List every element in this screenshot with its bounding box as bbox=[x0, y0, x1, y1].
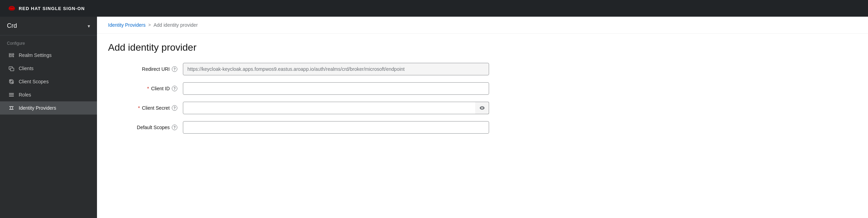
default-scopes-field bbox=[183, 121, 489, 134]
sidebar-section-configure: Configure bbox=[0, 35, 97, 115]
redirect-uri-input bbox=[183, 63, 489, 75]
svg-point-21 bbox=[481, 108, 482, 109]
form-row-default-scopes: Default Scopes ? bbox=[108, 121, 489, 134]
breadcrumb-separator: > bbox=[148, 23, 151, 27]
svg-point-14 bbox=[9, 79, 14, 84]
client-secret-field bbox=[183, 102, 489, 114]
default-scopes-input[interactable] bbox=[183, 121, 489, 134]
logo: RED HAT SINGLE SIGN-ON bbox=[7, 5, 85, 12]
breadcrumb: Identity Providers > Add identity provid… bbox=[97, 17, 868, 34]
svg-rect-18 bbox=[9, 93, 14, 94]
svg-rect-4 bbox=[10, 56, 11, 57]
svg-rect-19 bbox=[9, 94, 14, 95]
sidebar-item-realm-settings[interactable]: Realm Settings bbox=[0, 49, 97, 62]
sidebar-item-clients[interactable]: Clients bbox=[0, 62, 97, 75]
form-row-client-id: * Client ID ? bbox=[108, 82, 489, 95]
eye-icon bbox=[479, 105, 485, 111]
redirect-uri-help-icon[interactable]: ? bbox=[172, 66, 177, 72]
form-container: Redirect URI ? * Client ID ? bbox=[108, 63, 489, 134]
sidebar: Crd ▾ Configure bbox=[0, 17, 97, 218]
chevron-down-icon: ▾ bbox=[88, 23, 90, 29]
svg-rect-5 bbox=[12, 53, 12, 56]
sidebar-item-identity-providers[interactable]: Identity Providers bbox=[0, 101, 97, 115]
sidebar-label-roles: Roles bbox=[19, 92, 31, 98]
breadcrumb-identity-providers-link[interactable]: Identity Providers bbox=[108, 22, 145, 28]
sidebar-item-roles[interactable]: Roles bbox=[0, 88, 97, 101]
default-scopes-help-icon[interactable]: ? bbox=[172, 125, 177, 130]
svg-rect-8 bbox=[13, 55, 14, 57]
redhat-logo-icon bbox=[7, 5, 17, 12]
svg-rect-13 bbox=[10, 68, 14, 71]
app-title: RED HAT SINGLE SIGN-ON bbox=[19, 6, 85, 11]
svg-rect-7 bbox=[13, 53, 14, 54]
client-id-help-icon[interactable]: ? bbox=[172, 86, 177, 91]
sidebar-item-client-scopes[interactable]: Client Scopes bbox=[0, 75, 97, 88]
identity-icon bbox=[8, 105, 15, 111]
roles-icon bbox=[8, 92, 15, 98]
top-nav: RED HAT SINGLE SIGN-ON bbox=[0, 0, 868, 17]
page-title: Add identity provider bbox=[108, 42, 857, 53]
svg-rect-6 bbox=[12, 57, 12, 57]
sidebar-label-client-scopes: Client Scopes bbox=[19, 79, 48, 84]
svg-rect-20 bbox=[9, 96, 14, 97]
client-id-required: * bbox=[147, 86, 149, 91]
sliders-icon bbox=[8, 52, 15, 58]
redirect-uri-label: Redirect URI ? bbox=[108, 66, 177, 72]
breadcrumb-current: Add identity provider bbox=[153, 22, 198, 28]
content-area: Identity Providers > Add identity provid… bbox=[97, 17, 868, 218]
toggle-secret-visibility-button[interactable] bbox=[475, 102, 489, 114]
sidebar-label-clients: Clients bbox=[19, 66, 34, 71]
svg-rect-11 bbox=[13, 54, 14, 55]
client-id-input[interactable] bbox=[183, 82, 489, 95]
page-content: Add identity provider Redirect URI ? bbox=[97, 34, 868, 149]
realm-selector[interactable]: Crd ▾ bbox=[0, 17, 97, 35]
default-scopes-label: Default Scopes ? bbox=[108, 125, 177, 130]
client-secret-input[interactable] bbox=[183, 102, 489, 114]
sidebar-label-identity-providers: Identity Providers bbox=[19, 105, 56, 111]
scopes-icon bbox=[8, 78, 15, 85]
svg-rect-2 bbox=[9, 53, 10, 57]
realm-name: Crd bbox=[7, 22, 17, 30]
client-secret-input-wrapper bbox=[183, 102, 489, 114]
svg-rect-3 bbox=[10, 53, 11, 54]
client-id-field bbox=[183, 82, 489, 95]
client-id-label: * Client ID ? bbox=[108, 86, 177, 91]
redirect-uri-field bbox=[183, 63, 489, 75]
main-layout: Crd ▾ Configure bbox=[0, 17, 868, 218]
sidebar-label-realm-settings: Realm Settings bbox=[19, 52, 52, 58]
svg-rect-9 bbox=[10, 54, 11, 55]
form-row-client-secret: * Client Secret ? bbox=[108, 102, 489, 114]
form-row-redirect-uri: Redirect URI ? bbox=[108, 63, 489, 75]
client-secret-required: * bbox=[138, 105, 140, 111]
configure-label: Configure bbox=[0, 35, 97, 49]
svg-rect-10 bbox=[11, 56, 13, 57]
client-secret-help-icon[interactable]: ? bbox=[172, 105, 177, 111]
client-secret-label: * Client Secret ? bbox=[108, 105, 177, 111]
svg-point-15 bbox=[10, 81, 12, 83]
clients-icon bbox=[8, 65, 15, 72]
